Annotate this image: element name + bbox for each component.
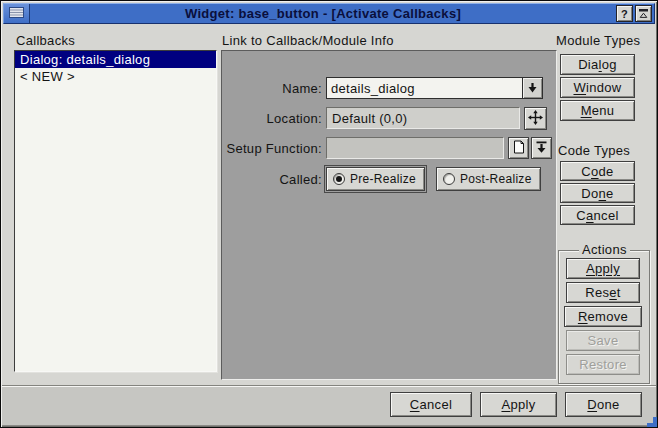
pre-realize-label: Pre-Realize <box>350 172 416 186</box>
name-dropdown-button[interactable] <box>522 78 542 98</box>
window-menu-button[interactable] <box>4 4 30 23</box>
module-type-window-button[interactable]: Window <box>560 77 635 98</box>
code-types-label: Code Types <box>558 143 630 158</box>
down-arrow-to-bar-icon <box>536 141 547 156</box>
radio-checked-icon <box>333 173 345 185</box>
shade-button[interactable] <box>635 5 652 22</box>
action-reset-button[interactable]: Reset <box>566 282 640 303</box>
code-type-cancel-button[interactable]: Cancel <box>560 205 635 225</box>
actions-group-label: Actions <box>579 242 630 257</box>
callbacks-label: Callbacks <box>16 33 75 48</box>
name-combo: details_dialog <box>326 77 543 99</box>
called-label: Called: <box>279 172 322 187</box>
post-realize-label: Post-Realize <box>460 172 532 186</box>
code-type-done-button[interactable]: Done <box>560 183 635 203</box>
help-button[interactable]: ? <box>616 5 633 22</box>
name-input[interactable]: details_dialog <box>327 78 522 98</box>
window-menu-icon <box>9 6 24 21</box>
insert-function-button[interactable] <box>531 137 552 159</box>
post-realize-radio[interactable]: Post-Realize <box>436 167 541 191</box>
titlebar[interactable]: Widget: base_button - [Activate Callback… <box>3 3 655 24</box>
chevron-down-icon <box>528 81 537 96</box>
code-type-code-button[interactable]: Code <box>560 161 635 181</box>
name-label: Name: <box>282 81 322 96</box>
info-section-label: Link to Callback/Module Info <box>222 33 394 48</box>
shade-icon <box>639 8 648 20</box>
setup-function-label: Setup Function: <box>226 141 322 156</box>
module-type-menu-button[interactable]: Menu <box>560 100 635 121</box>
move-icon <box>528 110 543 128</box>
footer-bar: Cancel Apply Done <box>2 387 656 426</box>
footer-done-button[interactable]: Done <box>565 392 642 417</box>
setup-function-field[interactable] <box>326 137 504 159</box>
footer-cancel-button[interactable]: Cancel <box>390 392 472 417</box>
dialog-window: Widget: base_button - [Activate Callback… <box>0 0 658 428</box>
new-document-icon <box>513 140 525 157</box>
info-panel: Name: details_dialog Location: Default (… <box>221 50 557 380</box>
action-save-button: Save <box>566 330 640 351</box>
module-types-label: Module Types <box>556 33 640 48</box>
new-function-button[interactable] <box>508 137 529 159</box>
location-field[interactable]: Default (0,0) <box>326 107 520 129</box>
footer-apply-button[interactable]: Apply <box>480 392 557 417</box>
move-location-button[interactable] <box>524 107 547 130</box>
list-item[interactable]: < NEW > <box>15 68 216 85</box>
radio-unchecked-icon <box>443 173 455 185</box>
action-apply-button[interactable]: Apply <box>566 258 640 279</box>
action-remove-button[interactable]: Remove <box>564 306 642 327</box>
module-type-dialog-button[interactable]: Dialog <box>560 54 635 75</box>
callbacks-listbox[interactable]: Dialog: details_dialog < NEW > <box>14 50 217 372</box>
window-title: Widget: base_button - [Activate Callback… <box>30 6 616 21</box>
resize-handle[interactable] <box>647 417 657 427</box>
list-item[interactable]: Dialog: details_dialog <box>15 51 216 68</box>
location-label: Location: <box>267 111 322 126</box>
pre-realize-radio[interactable]: Pre-Realize <box>326 167 425 191</box>
action-restore-button: Restore <box>566 354 640 375</box>
